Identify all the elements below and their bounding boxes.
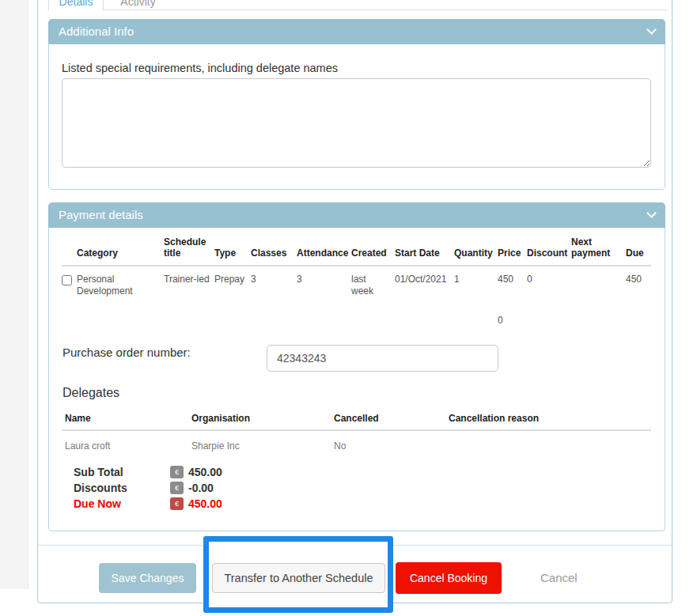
subtotal-row: Sub Total € 450.00	[74, 464, 222, 480]
currency-euro-badge: €	[170, 482, 184, 494]
col-discount: Discount	[527, 236, 571, 266]
transfer-to-another-schedule-button[interactable]: Transfer to Another Schedule	[212, 563, 385, 593]
cell-quantity: 1	[454, 266, 498, 300]
discounts-row: Discounts € -0.00	[74, 480, 222, 496]
cell-type: Prepay	[214, 266, 251, 300]
payment-table-row: Personal Development Trainer-led Prepay …	[62, 266, 651, 300]
row-select-checkbox[interactable]	[62, 275, 72, 285]
col-name: Name	[62, 408, 188, 430]
cell-created: last week	[351, 266, 395, 300]
cancel-booking-button[interactable]: Cancel Booking	[396, 562, 502, 594]
due-now-value: 450.00	[188, 497, 222, 510]
payment-details-header[interactable]: Payment details	[48, 202, 665, 228]
discounts-value: -0.00	[188, 482, 214, 494]
col-start-date: Start Date	[395, 236, 454, 266]
purchase-order-input[interactable]	[267, 345, 498, 372]
cell-start-date: 01/Oct/2021	[395, 266, 454, 300]
delegate-row: Laura croft Sharpie Inc No	[62, 430, 651, 455]
additional-info-body: Listed special requirements, including d…	[48, 44, 665, 190]
purchase-order-label: Purchase order number:	[63, 346, 191, 359]
subtotal-value: 450.00	[188, 466, 222, 478]
cell-delegate-cancellation-reason	[445, 430, 651, 455]
col-category: Category	[77, 236, 164, 266]
cell-delegate-organisation: Sharpie Inc	[188, 430, 331, 455]
payment-table-row: 0	[62, 300, 651, 330]
tabbar-divider	[104, 9, 666, 10]
col-type: Type	[214, 236, 251, 266]
payment-table-header-row: Category Schedule title Type Classes Att…	[62, 236, 651, 266]
additional-info-title: Additional Info	[59, 19, 134, 44]
special-requirements-textarea[interactable]	[62, 78, 651, 168]
payment-details-body: Category Schedule title Type Classes Att…	[48, 228, 665, 531]
checkbox-column-header	[62, 236, 77, 266]
page-backdrop-strip	[0, 0, 28, 589]
col-quantity: Quantity	[454, 236, 498, 266]
cell-category: Personal Development	[77, 266, 164, 300]
special-requirements-label: Listed special requirements, including d…	[62, 62, 338, 74]
payment-table: Category Schedule title Type Classes Att…	[62, 236, 651, 330]
totals-block: Sub Total € 450.00 Discounts € -0.00 Due…	[74, 464, 222, 512]
additional-info-header[interactable]: Additional Info	[48, 19, 665, 44]
cell-attendance: 3	[297, 266, 351, 300]
col-price: Price	[498, 236, 527, 266]
col-schedule-title: Schedule title	[164, 236, 214, 266]
cell-delegate-cancelled: No	[331, 430, 445, 455]
chevron-down-icon[interactable]	[646, 25, 657, 35]
cell-schedule-title: Trainer-led	[164, 266, 214, 300]
subtotal-label: Sub Total	[74, 466, 170, 478]
col-attendance: Attendance	[297, 236, 351, 266]
col-next-payment: Next payment	[571, 236, 626, 266]
cancel-link[interactable]: Cancel	[540, 563, 578, 593]
chevron-down-icon[interactable]	[646, 208, 657, 218]
due-now-row: Due Now € 450.00	[74, 496, 222, 512]
tab-details[interactable]: Details	[48, 0, 104, 10]
currency-euro-badge: €	[170, 466, 184, 478]
payment-details-title: Payment details	[59, 202, 143, 228]
currency-euro-badge: €	[170, 497, 184, 510]
cell-delegate-name: Laura croft	[62, 430, 188, 455]
col-classes: Classes	[251, 236, 297, 266]
col-cancelled: Cancelled	[331, 408, 445, 430]
cell-classes: 3	[251, 266, 297, 300]
discounts-label: Discounts	[74, 482, 170, 494]
save-changes-button[interactable]: Save Changes	[99, 563, 196, 593]
cell-discount: 0	[527, 266, 571, 300]
delegates-heading: Delegates	[63, 386, 119, 400]
booking-details-panel: Details Activity Additional Info Listed …	[37, 0, 672, 603]
col-created: Created	[351, 236, 395, 266]
due-now-label: Due Now	[74, 497, 170, 510]
delegates-table: Name Organisation Cancelled Cancellation…	[62, 408, 651, 455]
col-cancellation-reason: Cancellation reason	[445, 408, 651, 430]
cell-price: 450	[498, 266, 527, 300]
payment-details-section: Payment details Category Schedule title …	[48, 202, 665, 531]
cell-next-payment	[571, 266, 626, 300]
additional-info-section: Additional Info Listed special requireme…	[48, 19, 665, 190]
delegates-header-row: Name Organisation Cancelled Cancellation…	[62, 408, 651, 430]
col-organisation: Organisation	[188, 408, 331, 430]
cell-due: 450	[626, 266, 651, 300]
col-due: Due	[626, 236, 651, 266]
booking-page: { "colors": { "section_header_bg": "#97c…	[0, 0, 697, 616]
cell-price: 0	[498, 300, 527, 330]
